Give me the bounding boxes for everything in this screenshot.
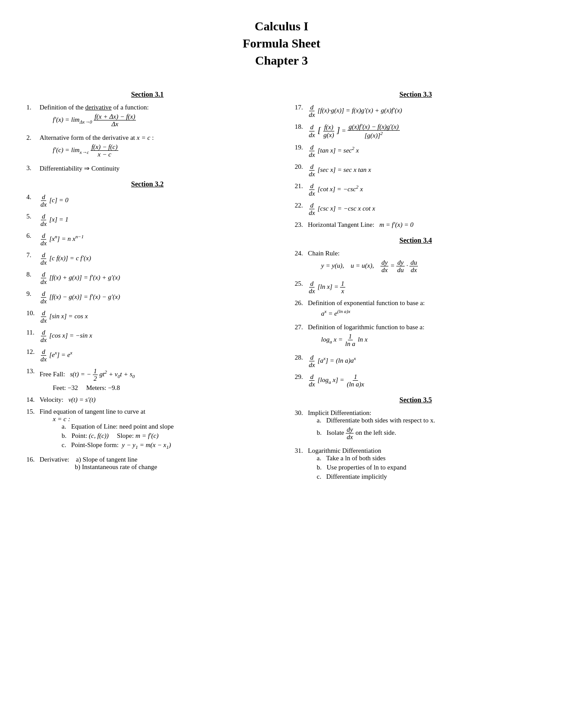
- item-2: 2. Alternative form of the derivative at…: [26, 134, 268, 160]
- item-13: 13. Free Fall: s(t) = − 1 2 gt2 + v0t + …: [26, 368, 268, 392]
- item-23: 23. Horizontal Tangent Line: m = f′(x) =…: [295, 221, 537, 229]
- section-3-5-title: Section 3.5: [295, 396, 537, 404]
- section-3-2-title: Section 3.2: [26, 180, 268, 188]
- right-column: Section 3.3 17. d dx [f(x)·g(x)] = f(x)g…: [286, 83, 537, 487]
- item-8: 8. d dx [f(x) + g(x)] = f′(x) + g′(x): [26, 271, 268, 286]
- section-3-1-title: Section 3.1: [26, 91, 268, 98]
- title-line2: Formula Sheet: [243, 36, 321, 50]
- page: Calculus I Formula Sheet Chapter 3 Secti…: [26, 18, 537, 487]
- title-line3: Chapter 3: [255, 54, 308, 67]
- item-22: 22. d dx [csc x] = −csc x cot x: [295, 202, 537, 217]
- content-area: Section 3.1 1. Definition of the derivat…: [26, 83, 537, 487]
- item-15: 15. Find equation of tangent line to cur…: [26, 408, 268, 451]
- left-column: Section 3.1 1. Definition of the derivat…: [26, 83, 277, 487]
- item-24: 24. Chain Rule: y = y(u), u = u(x), dy d…: [295, 250, 537, 276]
- item-14: 14. Velocity: v(t) = s′(t): [26, 396, 268, 404]
- item-27: 27. Definition of logarithmic function t…: [295, 324, 537, 349]
- item-18: 18. d dx [ f(x) g(x) ] =: [295, 123, 537, 139]
- item-29: 29. d dx [loga x] = 1 (ln a)x: [295, 373, 537, 388]
- item-26: 26. Definition of exponential function t…: [295, 299, 537, 319]
- title-line1: Calculus I: [255, 19, 308, 33]
- item-16: 16. Derivative: a) Slope of tangent line…: [26, 456, 268, 471]
- item-20: 20. d dx [sec x] = sec x tan x: [295, 163, 537, 178]
- item-12: 12. d dx [ex] = ex: [26, 348, 268, 363]
- item-21: 21. d dx [cot x] = −csc2 x: [295, 182, 537, 197]
- item-31: 31. Logarithmic Differentiation a. Take …: [295, 447, 537, 482]
- item-17: 17. d dx [f(x)·g(x)] = f(x)g′(x) + g(x)f…: [295, 104, 537, 119]
- item-3: 3. Differentiability ⇒ Continuity: [26, 164, 268, 172]
- item-11: 11. d dx [cos x] = −sin x: [26, 329, 268, 344]
- item-30: 30. Implicit Differentiation: a. Differe…: [295, 409, 537, 443]
- page-title: Calculus I Formula Sheet Chapter 3: [26, 18, 537, 69]
- item-19: 19. d dx [tan x] = sec2 x: [295, 144, 537, 159]
- item-4: 4. d dx [c] = 0: [26, 193, 268, 208]
- item-7: 7. d dx [c f(x)] = c f′(x): [26, 251, 268, 266]
- section-3-3-title: Section 3.3: [295, 91, 537, 98]
- item-1: 1. Definition of the derivative of a fun…: [26, 104, 268, 130]
- section-3-4-title: Section 3.4: [295, 237, 537, 244]
- item-5: 5. d dx [x] = 1: [26, 213, 268, 228]
- item-25: 25. d dx [ln x] = 1 x: [295, 280, 537, 295]
- item-9: 9. d dx [f(x) − g(x)] = f′(x) − g′(x): [26, 290, 268, 305]
- item-6: 6. d dx [xn] = n xn−1: [26, 232, 268, 247]
- item-10: 10. d dx [sin x] = cos x: [26, 309, 268, 324]
- item-28: 28. d dx [ax] = (ln a)ax: [295, 354, 537, 369]
